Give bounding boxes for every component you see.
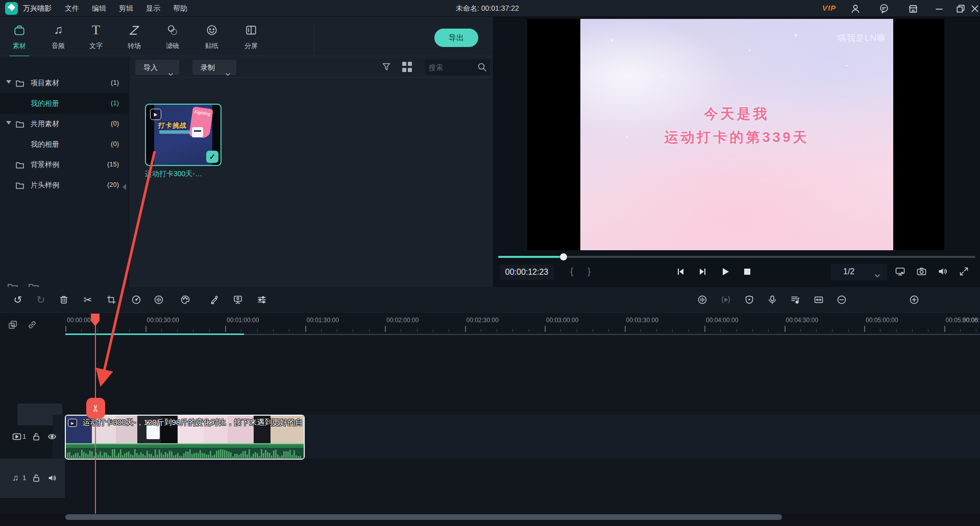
snapshot-camera-icon[interactable] [916, 266, 927, 277]
search-input[interactable] [429, 59, 475, 75]
menu-file[interactable]: 文件 [65, 4, 79, 13]
eye-icon[interactable] [47, 432, 57, 441]
search-icon[interactable] [477, 62, 487, 72]
restore-window-icon[interactable] [955, 4, 966, 14]
sidebar-item-shared-media[interactable]: 共用素材 (0) [0, 114, 129, 134]
import-button[interactable]: 导入 [135, 60, 179, 75]
splitscreen-tab-icon [232, 22, 271, 39]
unlock-icon[interactable] [32, 473, 41, 483]
ruler-label-overflow: 00:06:00:00 [963, 317, 980, 324]
ruler-label: 00:02:30:00 [467, 317, 499, 324]
timecode-display: 00:00:12:23 [500, 265, 554, 280]
tab-text[interactable]: T 文字 [77, 20, 115, 56]
preview-page-selector[interactable]: 1/2 [831, 264, 887, 280]
speed-button[interactable] [131, 295, 142, 306]
record-voiceover-button[interactable] [767, 295, 778, 306]
sticker-tab-icon [192, 22, 231, 39]
tab-splitscreen[interactable]: 分屏 [232, 20, 271, 56]
ruler-label: 00:00:30:00 [147, 317, 179, 324]
sidebar-collapse-handle[interactable] [122, 184, 126, 190]
video-caption-line1: 今天是我 [580, 105, 893, 123]
grid-view-icon[interactable] [402, 62, 412, 72]
mute-speaker-icon[interactable] [937, 266, 948, 277]
media-toolbar: 导入 录制 [130, 56, 493, 78]
text-tab-icon: T [77, 22, 115, 39]
ruler-label: 00:04:30:00 [786, 317, 818, 324]
feedback-icon[interactable] [879, 4, 889, 14]
redo-button[interactable]: ↻ [35, 295, 46, 306]
preview-seekbar[interactable] [498, 256, 975, 258]
zoom-in-button[interactable] [909, 295, 920, 306]
denoise-button[interactable] [153, 295, 164, 306]
clip-audio-band [66, 443, 304, 448]
next-frame-button[interactable] [698, 267, 708, 277]
tab-transition[interactable]: Z 转场 [115, 20, 154, 56]
split-scissors-button[interactable]: ✂ [82, 295, 93, 306]
sidebar-item-intro-samples[interactable]: 片头样例 (20) [0, 175, 129, 196]
video-track-icon [12, 432, 21, 441]
record-button[interactable]: 录制 [192, 60, 236, 75]
fullscreen-icon[interactable] [959, 266, 969, 277]
fit-timeline-button[interactable] [813, 295, 824, 306]
project-title: 未命名: 00:01:37:22 [456, 4, 519, 13]
unlock-icon[interactable] [32, 432, 41, 441]
ruler-label: 00:05:00:00 [866, 317, 898, 324]
media-library: 导入 录制 打卡挑战 [130, 56, 493, 287]
speaker-icon[interactable] [47, 473, 57, 483]
audio-tab-icon: ♫ [39, 22, 78, 39]
sidebar-item-shared-my-album[interactable]: 我的相册 (0) [0, 134, 129, 155]
play-button[interactable] [720, 267, 730, 277]
color-palette-button[interactable] [180, 295, 191, 306]
undo-button[interactable]: ↺ [12, 295, 23, 306]
store-icon[interactable] [908, 4, 918, 14]
media-item-name[interactable]: 运动打卡300天-… [145, 170, 227, 179]
crop-button[interactable] [106, 295, 117, 306]
menu-edit[interactable]: 编辑 [92, 4, 106, 13]
audio-track-number: 1 [22, 474, 26, 482]
adjust-sliders-button[interactable] [256, 295, 267, 306]
preview-video[interactable]: 喁我是LN嘛 今天是我 运动打卡的第339天 [580, 19, 893, 250]
marker-shield-button[interactable] [744, 295, 755, 306]
tab-sticker[interactable]: 贴纸 [192, 20, 231, 56]
zoom-out-button[interactable] [836, 295, 847, 306]
filter-funnel-icon[interactable] [381, 62, 391, 72]
menu-help[interactable]: 帮助 [173, 4, 187, 13]
sidebar-item-my-album[interactable]: 我的相册 (1) [0, 93, 129, 114]
close-icon[interactable] [970, 4, 980, 14]
delete-button[interactable] [58, 295, 69, 306]
marker-board-button[interactable] [232, 295, 243, 306]
export-button[interactable]: 导出 [434, 29, 478, 47]
play-icon: ▶ [150, 109, 161, 120]
preview-panel: 喁我是LN嘛 今天是我 运动打卡的第339天 00:00:12:23 { } 1… [493, 17, 980, 287]
seekbar-handle[interactable] [560, 253, 567, 260]
timeline-clip[interactable]: ▶ 运动打卡300天-，120斤到98斤的变化对比，接下来遇到更好的自… [65, 415, 305, 460]
account-icon[interactable] [850, 4, 861, 14]
menu-view[interactable]: 显示 [146, 4, 160, 13]
minimize-icon[interactable] [934, 4, 944, 14]
eyedropper-button[interactable] [209, 295, 220, 306]
media-item-thumbnail[interactable]: 打卡挑战 Fighting ▶ ✓ [145, 104, 222, 166]
mark-in-button[interactable]: { [570, 266, 573, 277]
audio-denoise-button[interactable] [697, 295, 708, 306]
vip-badge[interactable]: VIP [822, 4, 836, 12]
audio-track-icon: ♫ [12, 473, 19, 483]
render-preview-button[interactable] [720, 295, 731, 306]
display-device-icon[interactable] [895, 266, 905, 277]
timeline-ruler[interactable]: 00:00:00:00 00:00:30:00 00:01:00:00 00:0… [0, 313, 980, 337]
mark-out-button[interactable]: } [587, 266, 591, 277]
sidebar-item-background-samples[interactable]: 背景样例 (15) [0, 155, 129, 175]
audio-mixer-button[interactable] [790, 295, 801, 306]
menu-clip[interactable]: 剪辑 [119, 4, 133, 13]
check-badge-icon[interactable]: ✓ [206, 151, 218, 163]
caret-down-icon[interactable] [6, 80, 11, 84]
tab-filter[interactable]: 滤镜 [153, 20, 192, 56]
tab-audio[interactable]: ♫ 音频 [39, 20, 78, 56]
sidebar-item-project-media[interactable]: 项目素材 (1) [0, 73, 129, 93]
horizontal-scrollbar[interactable] [65, 514, 782, 520]
stop-button[interactable] [742, 267, 752, 277]
tab-media[interactable]: 素材 [0, 20, 39, 56]
previous-frame-button[interactable] [675, 267, 685, 277]
scissors-icon: ✂ [85, 404, 106, 413]
cut-scissors-badge[interactable]: ✂ [86, 398, 105, 419]
caret-down-icon[interactable] [6, 121, 11, 125]
